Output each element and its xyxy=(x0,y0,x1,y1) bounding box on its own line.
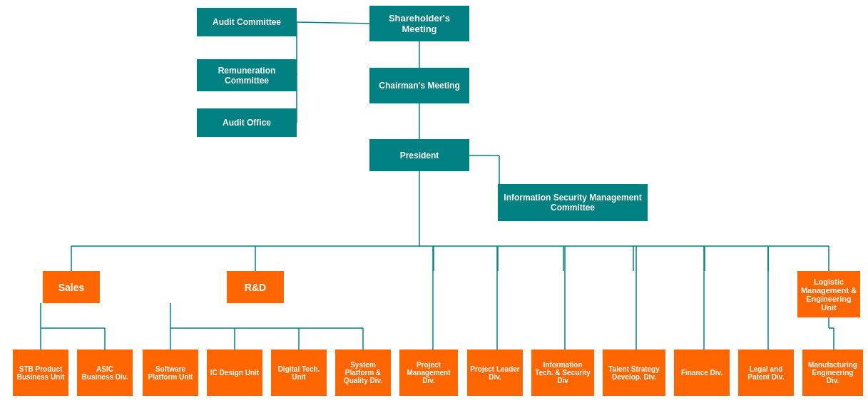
sales-box: Sales xyxy=(43,271,100,303)
talent-strategy-box: Talent Strategy Develop. Div. xyxy=(603,350,665,396)
ic-design-box: IC Design Unit xyxy=(207,350,262,396)
stb-product-box: STB Product Business Unit xyxy=(13,350,68,396)
finance-div-box: Finance Div. xyxy=(674,350,730,396)
rd-box: R&D xyxy=(227,271,284,303)
project-management-box: Project Management Div. xyxy=(399,350,458,396)
audit-office-box: Audit Office xyxy=(197,108,297,137)
manufacturing-eng-box: Manufacturing Engineering Div. xyxy=(802,350,863,396)
system-platform-quality-box: System Platform & Quality Div. xyxy=(335,350,391,396)
info-tech-security-box: Information Tech. & Security Div xyxy=(531,350,594,396)
org-chart: Shareholder's Meeting Audit Committee Re… xyxy=(0,0,868,418)
legal-patent-box: Legal and Patent Div. xyxy=(738,350,794,396)
software-platform-box: Software Platform Unit xyxy=(143,350,198,396)
asic-business-box: ASIC Business Div. xyxy=(77,350,133,396)
svg-line-0 xyxy=(297,22,369,24)
digital-tech-box: Digital Tech. Unit xyxy=(271,350,327,396)
shareholders-meeting-box: Shareholder's Meeting xyxy=(369,6,469,41)
logistic-box: Logistic Management & Engineering Unit xyxy=(797,271,860,317)
chairmans-meeting-box: Chairman's Meeting xyxy=(369,68,469,103)
project-leader-box: Project Leader Div. xyxy=(467,350,523,396)
remuneration-committee-box: Remuneration Committee xyxy=(197,59,297,91)
info-security-box: Information Security Management Committe… xyxy=(498,184,648,221)
president-box: President xyxy=(369,139,469,171)
audit-committee-box: Audit Committee xyxy=(197,8,297,36)
